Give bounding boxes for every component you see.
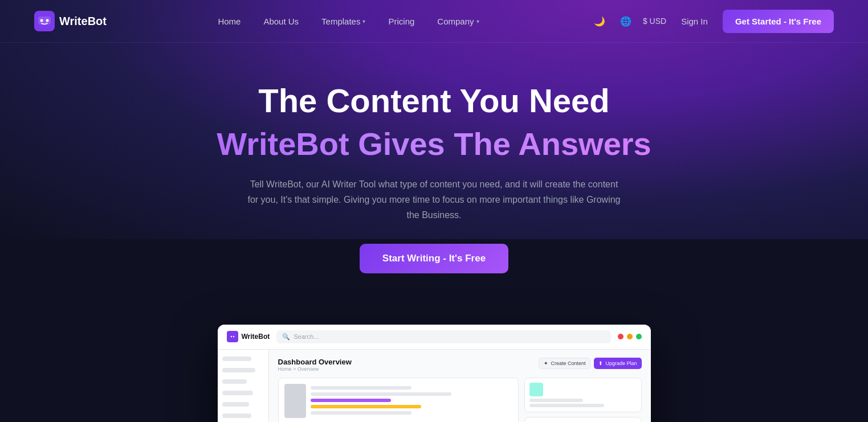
window-close-dot — [618, 334, 624, 339]
nav-templates[interactable]: Templates ▾ — [311, 12, 376, 31]
overview-card: Overview My Plan Transactions Profile — [278, 378, 519, 422]
hero-title-white: The Content You Need — [11, 83, 857, 119]
start-writing-button[interactable]: Start Writing - It's Free — [360, 244, 508, 273]
nav-links: Home About Us Templates ▾ Pricing Compan… — [207, 12, 489, 31]
content-header: Dashboard Overview Home > Overview ✦ Cre… — [278, 358, 642, 372]
logo-icon — [34, 11, 55, 31]
create-icon: ✦ — [544, 360, 548, 366]
logo[interactable]: WriteBot — [34, 11, 107, 31]
mock-line — [311, 386, 411, 390]
svg-point-3 — [46, 19, 49, 22]
mock-line — [311, 411, 411, 415]
window-logo: WriteBot — [227, 331, 270, 342]
window-minimize-dot — [627, 334, 633, 339]
profile-avatar — [284, 384, 306, 418]
window-main-content: Dashboard Overview Home > Overview ✦ Cre… — [269, 350, 651, 422]
sidebar-item — [222, 391, 254, 395]
sign-in-button[interactable]: Sign In — [674, 12, 715, 31]
right-cards — [524, 378, 642, 422]
svg-point-6 — [233, 336, 234, 337]
search-icon: 🔍 — [282, 333, 290, 341]
content-breadcrumb: Home > Overview — [278, 366, 352, 372]
content-title-area: Dashboard Overview Home > Overview — [278, 358, 352, 372]
hero-title-purple: WriteBot Gives The Answers — [11, 125, 857, 163]
nav-about[interactable]: About Us — [253, 12, 309, 31]
mock-line — [311, 392, 452, 396]
sidebar-item — [222, 379, 247, 384]
get-started-button[interactable]: Get Started - It's Free — [723, 10, 834, 33]
nav-pricing[interactable]: Pricing — [378, 12, 425, 31]
upgrade-plan-button[interactable]: ⬆ Upgrade Plan — [594, 358, 641, 369]
search-placeholder: Search... — [294, 333, 319, 340]
window-titlebar: WriteBot 🔍 Search... — [218, 325, 651, 350]
brand-name: WriteBot — [59, 15, 107, 28]
mock-line — [529, 404, 605, 407]
dark-mode-toggle[interactable]: 🌙 — [590, 13, 609, 30]
sidebar-item — [222, 413, 251, 418]
mock-line — [311, 399, 392, 402]
mock-line — [311, 405, 422, 408]
upgrade-icon: ⬆ — [598, 360, 603, 366]
svg-rect-4 — [229, 333, 236, 340]
window-sidebar — [218, 350, 269, 422]
sidebar-item — [222, 357, 251, 361]
sidebar-item — [222, 368, 255, 372]
svg-rect-1 — [38, 17, 51, 24]
language-selector[interactable]: 🌐 — [617, 13, 635, 30]
window-logo-icon — [227, 331, 238, 342]
dashboard-preview: WriteBot 🔍 Search... — [218, 325, 651, 422]
sidebar-item — [222, 402, 249, 407]
dashboard-window: WriteBot 🔍 Search... — [218, 325, 651, 422]
mini-card-icon-1 — [529, 383, 543, 396]
mini-card-1 — [524, 378, 642, 412]
profile-area — [284, 384, 512, 418]
window-body: Dashboard Overview Home > Overview ✦ Cre… — [218, 350, 651, 422]
window-expand-dot — [636, 334, 642, 339]
svg-point-5 — [230, 336, 231, 337]
dashboard-grid: Overview My Plan Transactions Profile — [278, 378, 642, 422]
mini-card-2 — [524, 417, 642, 422]
window-search[interactable]: 🔍 Search... — [276, 330, 610, 343]
svg-point-2 — [40, 19, 43, 22]
content-actions: ✦ Create Content ⬆ Upgrade Plan — [539, 358, 641, 369]
navbar: WriteBot Home About Us Templates ▾ Prici… — [0, 0, 868, 43]
window-brand-name: WriteBot — [242, 333, 270, 341]
hero-section: The Content You Need WriteBot Gives The … — [0, 43, 868, 325]
nav-company[interactable]: Company ▾ — [427, 12, 489, 31]
currency-selector[interactable]: $ USD — [643, 17, 666, 26]
content-title: Dashboard Overview — [278, 358, 352, 366]
hero-description: Tell WriteBot, our AI Writer Tool what t… — [246, 177, 622, 223]
mock-line — [529, 399, 583, 402]
profile-info — [311, 384, 512, 418]
nav-right: 🌙 🌐 $ USD Sign In Get Started - It's Fre… — [590, 10, 834, 33]
nav-home[interactable]: Home — [207, 12, 251, 31]
create-content-button[interactable]: ✦ Create Content — [539, 358, 590, 369]
window-controls — [618, 334, 642, 339]
